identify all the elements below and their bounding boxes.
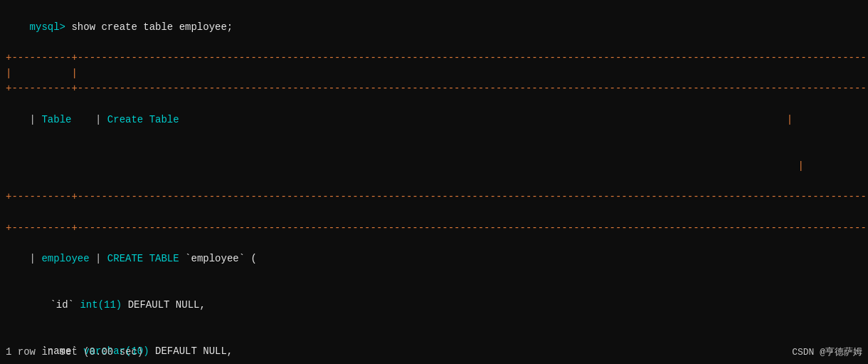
- divider-data-top: +----------+----------------------------…: [6, 221, 862, 236]
- divider-top: +----------+----------------------------…: [6, 51, 862, 66]
- create-keyword: CREATE TABLE: [107, 253, 179, 264]
- command-line: mysql> show create table employee;: [6, 4, 862, 51]
- divider-header-top: +----------+----------------------------…: [6, 81, 862, 97]
- divider-blank1: | | |: [6, 66, 862, 82]
- divider-body: +----------+----------------------------…: [6, 189, 862, 205]
- prompt: mysql>: [30, 21, 65, 33]
- col-create-table: Create Table: [107, 114, 179, 125]
- result-count: 1 row in set (0.00 sec): [6, 346, 143, 358]
- attribution: CSDN @亨德萨姆: [792, 345, 862, 358]
- field-id: `id` int(11) DEFAULT NULL,: [6, 282, 862, 328]
- header-row: | Table | Create Table|: [6, 97, 862, 143]
- footer: 1 row in set (0.00 sec) CSDN @亨德萨姆: [6, 345, 862, 358]
- command-text: show create table employee;: [65, 21, 233, 33]
- data-row-1: | employee | CREATE TABLE `employee` (: [6, 236, 862, 282]
- empty-separator: [6, 205, 862, 221]
- cursor-line: |: [6, 143, 862, 189]
- employee-name: employee: [41, 253, 89, 264]
- terminal-window: mysql> show create table employee; +----…: [0, 0, 868, 364]
- col-table: Table: [41, 114, 89, 125]
